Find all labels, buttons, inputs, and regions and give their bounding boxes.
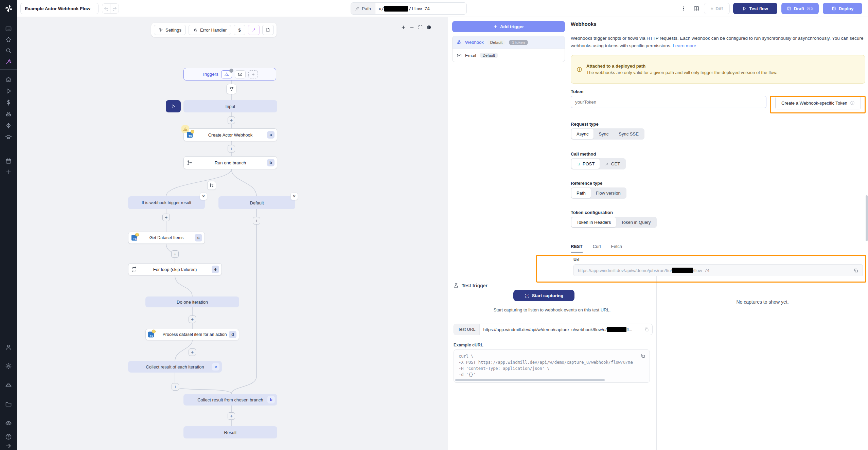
ai-wand-icon[interactable] [5,58,12,65]
node-label: Run one branch [215,160,246,165]
copy-test-url-icon[interactable] [644,327,649,332]
insert-step-button[interactable]: + [189,316,196,323]
test-url-field[interactable]: Test URL https://app.windmill.dev/api/w/… [454,324,653,335]
insert-step-button[interactable]: + [172,383,179,391]
insert-step-button[interactable]: + [171,250,179,258]
for-loop-node[interactable]: For loop (skip failures) e [128,263,222,275]
collect-branch-node[interactable]: Collect result from chosen branch b [183,394,277,406]
flow-canvas[interactable]: Settings Error Handler $ Tri [17,17,448,450]
variables-dollar-button[interactable]: $ [234,25,245,35]
deploy-button[interactable]: Deploy [823,3,862,14]
variables-dollar-icon[interactable] [5,99,12,106]
tutorials-cap-icon[interactable] [5,134,12,141]
audit-eye-icon[interactable] [5,420,12,427]
export-doc-button[interactable] [262,25,274,35]
apps-grid-icon[interactable] [5,25,12,32]
zoom-out-icon[interactable] [409,25,414,30]
request-type-async[interactable]: Async [571,129,594,139]
get-dataset-items-node[interactable]: TS Get Dataset Items c [128,232,205,244]
email-trigger-chip[interactable] [235,70,246,78]
error-handler-button[interactable]: Error Handler [189,25,231,35]
redo-button[interactable] [110,4,119,13]
undo-button[interactable] [102,4,110,13]
more-menu-button[interactable] [679,3,688,14]
copy-curl-icon[interactable] [640,353,645,358]
minimap-toggle-icon[interactable] [426,25,431,30]
run-input-play-button[interactable] [166,100,181,112]
draft-button[interactable]: Draft ⌘S [781,3,819,14]
settings-gear-icon[interactable] [5,363,12,370]
test-flow-button[interactable]: Test flow [733,3,777,14]
expand-sidebar-arrow-icon[interactable] [5,443,12,449]
call-method-post[interactable]: POST [571,159,600,169]
branch-if-node[interactable]: If is webhook trigger result [128,196,205,209]
flow-name-input[interactable]: Example Actor Webhook Flow [20,3,99,14]
add-trigger-chip[interactable] [248,70,258,78]
runs-play-icon[interactable] [5,88,12,94]
learn-more-link[interactable]: Learn more [673,43,696,48]
collect-iteration-node[interactable]: Collect result of each iteration e [128,361,222,373]
resources-icon[interactable] [5,111,12,118]
create-actor-webhook-node[interactable]: TS Create Actor Webhook a [183,128,277,141]
token-input[interactable] [571,96,766,108]
diff-button[interactable]: ± Diff [704,3,730,14]
add-branch-node[interactable] [207,181,216,190]
delete-branch-button[interactable]: ✕ [290,193,298,200]
curl-snippet-box[interactable]: curl \ -X POST https://app.windmill.dev/… [454,349,650,383]
trigger-row-webhook[interactable]: Webhook Default 1 token [453,36,565,49]
search-icon[interactable] [5,47,12,54]
insert-step-button[interactable]: + [228,116,235,124]
add-plus-icon[interactable] [5,168,12,175]
workers-hardhat-icon[interactable] [5,382,12,389]
insert-step-button[interactable]: + [162,214,170,221]
run-one-branch-node[interactable]: Run one branch b [183,156,277,169]
assets-gem-icon[interactable] [5,122,12,129]
fit-view-icon[interactable] [418,25,423,30]
docs-book-icon[interactable] [692,3,701,14]
token-in-query[interactable]: Token in Query [616,217,656,227]
flow-settings-button[interactable]: Settings [154,25,186,35]
webhook-trigger-chip[interactable] [221,70,232,78]
favorites-star-icon[interactable] [5,36,12,43]
help-icon[interactable] [5,433,12,440]
curl-horizontal-scrollbar[interactable] [455,379,605,381]
add-trigger-button[interactable]: Add trigger [452,21,565,32]
call-method-get[interactable]: GET [600,159,625,169]
result-node[interactable]: Result [183,426,277,438]
webhook-url-field[interactable]: https://app.windmill.dev/api/w/demo/jobs… [573,264,863,276]
input-node[interactable]: Input [183,100,277,112]
schedules-calendar-icon[interactable] [5,158,12,164]
panel-scrollbar[interactable] [866,195,868,241]
insert-step-button[interactable]: + [228,145,235,152]
node-label: Process dataset item for an action [163,332,227,337]
tab-curl[interactable]: Curl [593,244,601,253]
reference-type-path[interactable]: Path [571,188,591,198]
folders-icon[interactable] [5,401,12,408]
copy-url-icon[interactable] [853,268,858,273]
flow-path-control[interactable]: Path u//flow_74 [351,2,467,15]
start-capturing-button[interactable]: Start capturing [513,290,574,301]
preprocessor-filter-node[interactable] [226,84,236,94]
tab-rest[interactable]: REST [571,244,583,253]
insert-step-button[interactable]: + [189,348,196,356]
windmill-logo[interactable] [0,0,17,17]
user-icon[interactable] [5,344,12,350]
delete-branch-button[interactable]: ✕ [200,193,207,200]
request-type-sync-sse[interactable]: Sync SSE [614,129,644,139]
branch-label: If is webhook trigger result [142,200,191,205]
ai-wand-button[interactable] [248,25,260,35]
process-dataset-item-node[interactable]: TS Process dataset item for an action d [145,329,239,340]
tab-fetch[interactable]: Fetch [611,244,622,253]
triggers-node[interactable]: Triggers [183,68,276,80]
branch-default-node[interactable]: Default [218,196,295,209]
token-in-headers[interactable]: Token in Headers [571,217,616,227]
zoom-in-icon[interactable] [401,25,406,30]
insert-step-button[interactable]: + [253,217,260,224]
trigger-row-email[interactable]: Email Default [453,49,565,62]
request-type-sync[interactable]: Sync [594,129,614,139]
do-one-iteration-node[interactable]: Do one iteration [145,296,239,307]
reference-type-flow-version[interactable]: Flow version [591,188,626,198]
create-webhook-token-button[interactable]: Create a Webhook-specific Token [775,96,861,109]
insert-step-button[interactable]: + [228,412,235,420]
home-icon[interactable] [5,76,12,83]
